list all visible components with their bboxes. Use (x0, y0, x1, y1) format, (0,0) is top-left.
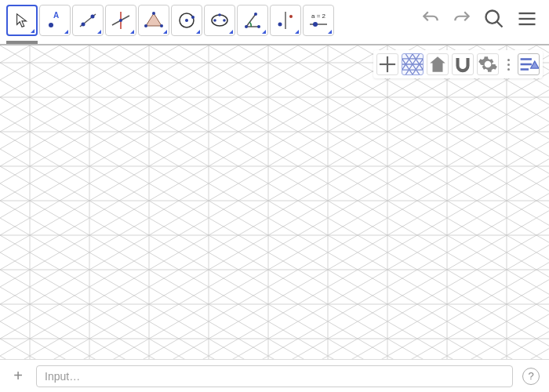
svg-point-9 (152, 12, 155, 15)
toggle-axes-button[interactable] (376, 53, 398, 75)
svg-point-18 (218, 13, 221, 16)
ellipse-icon (209, 9, 231, 31)
redo-icon[interactable] (452, 9, 472, 29)
angle-tool[interactable] (237, 5, 268, 36)
svg-marker-38 (531, 61, 539, 68)
header-right (420, 5, 543, 30)
svg-point-26 (313, 22, 318, 27)
help-button[interactable]: ? (522, 368, 540, 385)
circle-tool[interactable] (171, 5, 202, 36)
svg-rect-32 (0, 45, 549, 359)
line-tool[interactable] (72, 5, 104, 36)
svg-point-23 (278, 23, 282, 27)
svg-text:A: A (53, 11, 59, 20)
reflect-tool[interactable] (270, 5, 301, 36)
svg-point-1 (49, 23, 53, 27)
isometric-grid (0, 45, 549, 359)
axes-icon (377, 54, 398, 74)
svg-point-27 (486, 11, 499, 24)
svg-point-17 (223, 19, 226, 22)
add-input-button[interactable]: + (9, 368, 27, 385)
svg-point-21 (254, 13, 257, 16)
point-icon: A (44, 9, 66, 31)
svg-point-4 (91, 15, 95, 19)
snap-button[interactable] (452, 53, 474, 75)
slider-label: a = 2 (311, 13, 325, 20)
gear-icon (478, 54, 498, 74)
view-more-button[interactable] (502, 59, 514, 71)
svg-point-11 (144, 24, 147, 27)
slider-icon (308, 20, 329, 28)
svg-point-24 (289, 15, 293, 18)
svg-point-16 (213, 19, 216, 22)
svg-point-3 (82, 23, 85, 27)
search-icon[interactable] (483, 8, 505, 30)
move-tool[interactable] (6, 5, 38, 36)
angle-icon (242, 9, 264, 31)
svg-marker-8 (146, 13, 162, 26)
properties-button[interactable] (518, 53, 540, 75)
view-settings-button[interactable] (477, 53, 499, 75)
perpendicular-icon (110, 9, 132, 31)
ellipse-tool[interactable] (204, 5, 235, 36)
undo-icon[interactable] (420, 9, 441, 29)
point-tool[interactable]: A (39, 5, 71, 36)
snap-icon (453, 54, 473, 74)
algebra-input[interactable] (36, 365, 513, 387)
isogrid-icon (402, 54, 423, 74)
home-icon (427, 54, 448, 74)
polygon-tool[interactable] (138, 5, 169, 36)
line-icon (77, 9, 99, 31)
svg-line-28 (497, 22, 503, 27)
tool-row: A (6, 5, 334, 36)
home-view-button[interactable] (427, 53, 449, 75)
graphics-view[interactable] (0, 45, 549, 359)
svg-point-19 (245, 25, 248, 28)
pointer-icon (13, 12, 31, 29)
top-toolbar: A (0, 0, 549, 45)
svg-point-14 (191, 16, 195, 19)
polygon-icon (143, 9, 165, 31)
circle-icon (176, 9, 198, 31)
toggle-grid-button[interactable] (402, 53, 424, 75)
reflect-icon (274, 9, 296, 31)
svg-point-7 (119, 19, 122, 22)
menu-icon[interactable] (516, 8, 538, 30)
svg-point-10 (160, 24, 163, 27)
svg-point-13 (185, 19, 188, 22)
slider-tool[interactable]: a = 2 (303, 5, 334, 36)
input-bar: + ? (0, 359, 549, 392)
properties-icon (518, 54, 539, 74)
svg-point-20 (257, 25, 260, 28)
perpendicular-tool[interactable] (105, 5, 136, 36)
view-toolbar (373, 50, 543, 78)
